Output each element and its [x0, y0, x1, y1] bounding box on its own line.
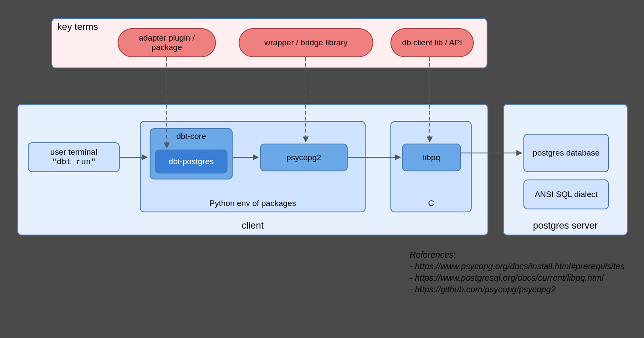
user-terminal-line2: "dbt run": [52, 157, 96, 168]
c-env-label: C: [428, 199, 434, 208]
ansi-sql-dialect-label: ANSI SQL dialect: [535, 189, 597, 200]
psycopg2-label: psycopg2: [287, 153, 321, 162]
pill-db-client-lib: db client lib / API: [390, 28, 474, 57]
references-block: References: - https://www.psycopg.org/do…: [410, 249, 624, 295]
client-label: client: [242, 220, 263, 231]
references-line3: - https://github.com/psycopg/psycopg2: [410, 284, 624, 295]
libpq-label: libpq: [423, 153, 440, 162]
dbt-postgres-label: dbt-postgres: [168, 157, 214, 166]
postgres-database-label: postgres database: [533, 148, 600, 158]
libpq-box: libpq: [402, 144, 461, 171]
pill-db-client-lib-label: db client lib / API: [402, 38, 462, 47]
psycopg2-box: psycopg2: [260, 144, 348, 171]
pill-wrapper-bridge-label: wrapper / bridge library: [264, 38, 347, 47]
dbt-core-label: dbt-core: [151, 132, 232, 141]
postgres-server-label: postgres server: [533, 220, 598, 231]
postgres-database-box: postgres database: [523, 134, 609, 172]
references-line2: - https://www.postgresql.org/docs/curren…: [410, 272, 624, 284]
pill-adapter-plugin-label: adapter plugin / package: [124, 33, 210, 52]
python-env-label: Python env of packages: [210, 199, 296, 208]
ansi-sql-dialect-box: ANSI SQL dialect: [523, 179, 609, 209]
pill-wrapper-bridge: wrapper / bridge library: [239, 28, 373, 57]
user-terminal-line1: user terminal: [50, 147, 97, 157]
references-title: References:: [410, 249, 624, 261]
user-terminal-box: user terminal "dbt run": [28, 142, 120, 172]
references-line1: - https://www.psycopg.org/docs/install.h…: [410, 261, 624, 272]
dbt-postgres-box: dbt-postgres: [155, 150, 227, 173]
key-terms-title: key terms: [57, 21, 98, 32]
pill-adapter-plugin: adapter plugin / package: [118, 28, 216, 57]
